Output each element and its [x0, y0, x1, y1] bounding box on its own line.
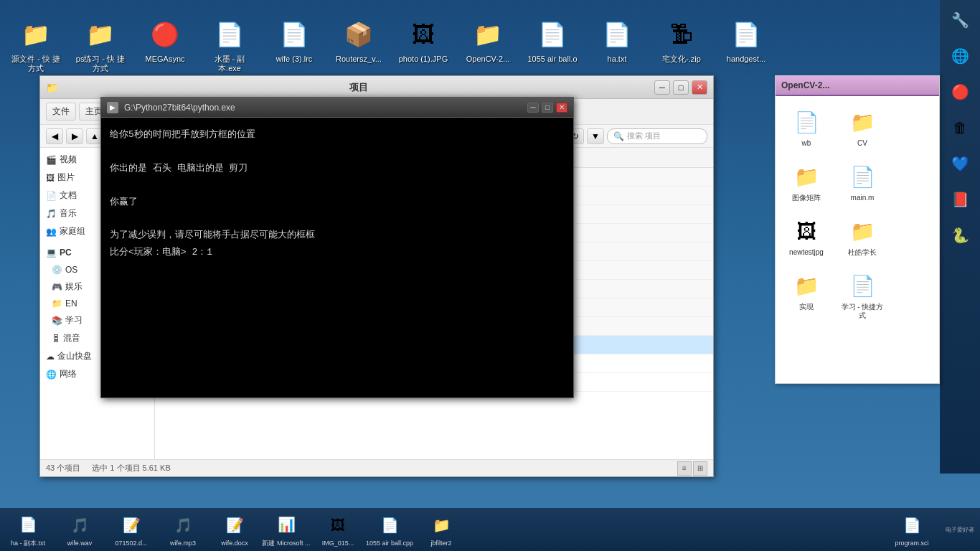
- maximize-button[interactable]: □: [673, 80, 689, 95]
- desktop-icon-1055-label: 1055 air ball.o: [527, 55, 577, 64]
- implement-label: 实现: [799, 303, 814, 311]
- lrc-icon: 📄: [277, 17, 311, 52]
- sidebar-mix-label: 混音: [63, 332, 80, 344]
- desktop-icon-mega-label: MEGAsync: [145, 55, 184, 64]
- desktop-icon-photo[interactable]: 🖼 photo (1).JPG: [395, 14, 452, 67]
- search-bar[interactable]: 🔍 搜索 项目: [607, 128, 707, 144]
- console-body[interactable]: 给你5秒的时间把手放到方框的位置 你出的是 石头 电脑出的是 剪刀 你赢了 为了…: [101, 118, 573, 397]
- desktop-icon-ps[interactable]: 📁 ps练习 - 快 捷方式: [72, 14, 129, 76]
- taskbar-071502-label: 071502.d...: [115, 540, 147, 547]
- taskbar-ha-icon: 📄: [15, 512, 41, 537]
- close-button[interactable]: ✕: [692, 80, 707, 95]
- desktop-icon-opencv-label: OpenCV-2...: [466, 55, 510, 64]
- mix-icon: 🎛: [52, 334, 60, 344]
- duhao-folder-icon: 📁: [845, 214, 880, 248]
- panel-icon-study-shortcut[interactable]: 📄 学习 - 快捷方式: [837, 265, 887, 323]
- view-controls: ≡ ⊞: [677, 461, 707, 476]
- computer-icon: 💻: [46, 248, 57, 258]
- right-sidebar: 🔧 🌐 🔴 🗑 💙 📕 🐍: [940, 0, 980, 474]
- taskbar-mp3-label: wife.mp3: [170, 540, 196, 547]
- nav-chevron-button[interactable]: ▼: [587, 128, 604, 144]
- jpg-icon: 🖼: [406, 17, 440, 52]
- panel-icon-main-m[interactable]: 📄 main.m: [837, 156, 887, 205]
- right-panel-header: OpenCV-2...: [776, 76, 939, 96]
- taskbar-wife-mp3[interactable]: 🎵 wife.mp3: [158, 510, 208, 550]
- selected-info: 选中 1 个项目 5.61 KB: [92, 463, 170, 474]
- desktop-icon-ha-label: ha.txt: [608, 55, 627, 64]
- homegroup-icon: 👥: [46, 227, 57, 237]
- sidebar-icon-2[interactable]: 🌐: [943, 39, 977, 73]
- desktop-icon-wife-exe-label: 水墨 - 副本.exe: [204, 55, 255, 73]
- desktop-icon-megasync[interactable]: 🔴 MEGAsync: [136, 14, 194, 67]
- taskbar-wav-label: wife.wav: [67, 540, 93, 547]
- console-app-icon: ▶: [107, 102, 118, 113]
- toolbar-file-button[interactable]: 文件: [46, 103, 76, 121]
- sidebar-video-label: 视频: [60, 154, 77, 166]
- explorer-status-bar: 43 个项目 选中 1 个项目 5.61 KB ≡ ⊞: [40, 459, 713, 476]
- folder-icon: 📁: [19, 17, 53, 52]
- pictures-icon: 🖼: [46, 173, 55, 183]
- taskbar-071502[interactable]: 📝 071502.d...: [106, 510, 156, 550]
- sidebar-en-label: EN: [65, 298, 77, 309]
- console-line-6: 为了减少误判，请尽可能将手占据尽可能大的框框: [110, 227, 565, 243]
- desktop-icon-routersz[interactable]: 📦 Routersz_v...: [330, 14, 387, 67]
- console-line-4: 你赢了: [110, 194, 565, 210]
- sidebar-icon-1[interactable]: 🔧: [943, 3, 977, 37]
- exe-icon: 📄: [212, 17, 247, 52]
- taskbar-wife-docx[interactable]: 📝 wife.docx: [209, 510, 260, 550]
- desktop-icon-opencv[interactable]: 📁 OpenCV-2...: [459, 14, 517, 67]
- explorer-titlebar: 📁 项目 ─ □ ✕: [40, 76, 713, 99]
- desktop-icon-wife-exe[interactable]: 📄 水墨 - 副本.exe: [201, 14, 258, 76]
- desktop-icon-wife-lrc-label: wife (3).lrc: [276, 55, 313, 64]
- desktop-icon-home-zip[interactable]: 🗜 宅文化-.zip: [653, 14, 710, 67]
- sidebar-icon-trash[interactable]: 🗑: [943, 110, 977, 145]
- taskbar-jbfilter2[interactable]: 📁 jbfilter2: [416, 510, 466, 550]
- taskbar-word-icon: 📝: [118, 512, 144, 538]
- taskbar-img[interactable]: 🖼 IMG_015...: [313, 510, 363, 550]
- nav-back-button[interactable]: ◀: [46, 128, 63, 144]
- documents-icon: 📄: [46, 191, 57, 201]
- taskbar-program-sci[interactable]: 📄 program.sci: [887, 510, 937, 550]
- console-minimize-button[interactable]: ─: [527, 103, 539, 113]
- desktop: 🔧 🌐 🔴 🗑 💙 📕 🐍 📁 源文件 - 快 捷方式 📁 ps练习 - 快 捷…: [0, 0, 980, 551]
- sidebar-icon-python[interactable]: 🐍: [943, 218, 977, 253]
- console-close-button[interactable]: ✕: [556, 103, 567, 113]
- view-tiles-button[interactable]: ⊞: [693, 461, 707, 476]
- panel-icon-newtest[interactable]: 🖼 newtestjpg: [781, 211, 831, 260]
- desktop-icon-handgest[interactable]: 📄 handgest...: [717, 14, 775, 67]
- sidebar-icon-5[interactable]: 💙: [943, 146, 977, 181]
- desktop-icon-sources[interactable]: 📁 源文件 - 快 捷方式: [7, 14, 65, 76]
- sidebar-icon-6[interactable]: 📕: [943, 182, 977, 217]
- right-panel-title: OpenCV-2...: [781, 80, 829, 90]
- cv-folder-icon: 📁: [845, 105, 880, 139]
- nav-forward-button[interactable]: ▶: [66, 128, 83, 144]
- taskbar: 📄 ha - 副本.txt 🎵 wife.wav 📝 071502.d... 🎵…: [0, 508, 940, 551]
- matrix-label: 图像矩阵: [792, 194, 821, 202]
- taskbar-1055-cpp[interactable]: 📄 1055 air ball.cpp: [364, 510, 415, 550]
- panel-icon-wb[interactable]: 📄 wb: [781, 102, 831, 151]
- taskbar-jb-icon: 📁: [428, 512, 454, 538]
- taskbar-ha-label: ha - 副本.txt: [11, 539, 45, 548]
- panel-icon-implement[interactable]: 📁 实现: [781, 265, 831, 323]
- desktop-icon-1055[interactable]: 📄 1055 air ball.o: [524, 14, 581, 67]
- console-line-7: 比分<玩家：电脑> 2：1: [110, 244, 565, 260]
- console-maximize-button[interactable]: □: [542, 103, 553, 113]
- desktop-icon-ha[interactable]: 📄 ha.txt: [588, 14, 646, 67]
- explorer-title: 项目: [62, 81, 654, 94]
- panel-icon-matrix[interactable]: 📁 图像矩阵: [781, 156, 831, 205]
- taskbar-ha-txt[interactable]: 📄 ha - 副本.txt: [3, 510, 53, 550]
- brand-text: 电子爱好者: [946, 526, 974, 534]
- entertainment-icon: 🎮: [52, 282, 62, 292]
- taskbar-new-ms[interactable]: 📊 新建 Microsoft ...: [261, 510, 311, 550]
- panel-icon-cv[interactable]: 📁 CV: [837, 102, 887, 151]
- taskbar-wav-icon: 🎵: [67, 512, 93, 538]
- taskbar-jb-label: jbfilter2: [430, 540, 451, 547]
- taskbar-wife-wav[interactable]: 🎵 wife.wav: [55, 510, 105, 550]
- sidebar-music-label: 音乐: [60, 207, 77, 220]
- sidebar-icon-3[interactable]: 🔴: [943, 75, 977, 109]
- minimize-button[interactable]: ─: [654, 80, 670, 95]
- desktop-icon-wife-lrc[interactable]: 📄 wife (3).lrc: [265, 14, 323, 67]
- desktop-icon-photo-label: photo (1).JPG: [399, 55, 448, 64]
- view-details-button[interactable]: ≡: [677, 461, 692, 476]
- panel-icon-duhao[interactable]: 📁 杜皓学长: [837, 211, 887, 260]
